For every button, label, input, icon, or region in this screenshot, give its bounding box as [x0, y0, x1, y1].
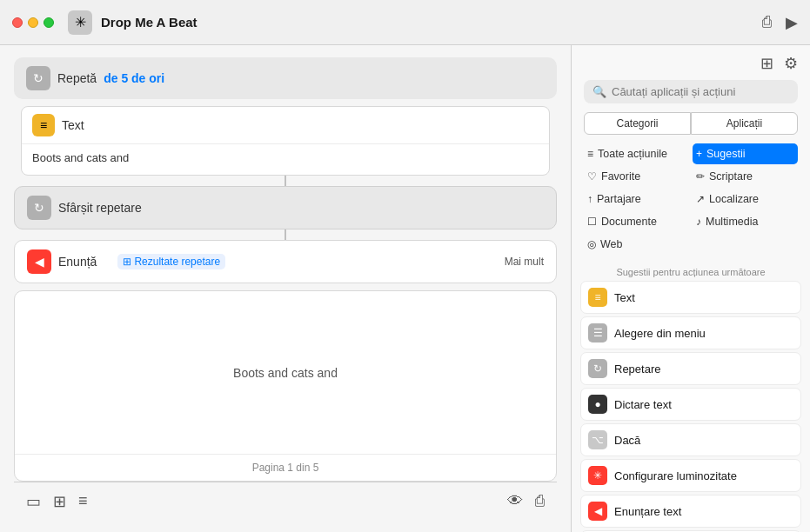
- cat-toate-label: Toate acțiunile: [598, 148, 667, 160]
- partajare-icon: ↑: [587, 193, 592, 205]
- app-title: Drop Me A Beat: [101, 15, 753, 30]
- rezultate-badge[interactable]: ⊞ Rezultate repetare: [117, 254, 225, 269]
- filter-icon[interactable]: ⚙: [784, 54, 798, 73]
- search-input[interactable]: [612, 85, 789, 98]
- titlebar: ✳ Drop Me A Beat ⎙ ▶: [0, 0, 810, 45]
- share-icon[interactable]: ⎙: [762, 13, 772, 31]
- repeat-icon: ↻: [26, 66, 50, 90]
- maximize-button[interactable]: [44, 17, 54, 28]
- repeat-label: Repetă: [57, 71, 97, 85]
- text-block-content[interactable]: Boots and cats and: [22, 144, 549, 175]
- text-icon: ≡: [32, 114, 55, 136]
- main-layout: ↻ Repetă de 5 de ori ≡ Text Boots and ca…: [0, 45, 810, 532]
- sug-dictare-icon: ●: [588, 395, 607, 414]
- minimize-button[interactable]: [28, 17, 38, 28]
- workflow-area: ↻ Repetă de 5 de ori ≡ Text Boots and ca…: [14, 57, 557, 482]
- aplicatii-button[interactable]: Aplicații: [691, 112, 798, 135]
- cat-scriptare-label: Scriptare: [709, 170, 753, 183]
- suggestion-text[interactable]: ≡ Text: [580, 281, 801, 314]
- suggestion-luminozitate[interactable]: ✳ Configurare luminozitate: [580, 459, 801, 492]
- enunta-icon: ◀: [27, 249, 51, 274]
- sug-text-label: Text: [614, 291, 635, 304]
- sug-luminozitate-label: Configurare luminozitate: [614, 469, 737, 482]
- search-bar: 🔍: [584, 80, 798, 103]
- sug-daca-label: Dacă: [614, 434, 640, 447]
- documente-icon: ☐: [587, 216, 597, 228]
- multimedia-icon: ♪: [696, 216, 701, 228]
- end-repeat-label: Sfârșit repetare: [58, 201, 142, 215]
- categories-list: ≡ Toate acțiunile + Sugestii ♡ Favorite …: [572, 143, 810, 255]
- segmented-control: Categorii Aplicații: [584, 112, 798, 135]
- add-to-library-icon[interactable]: ⊞: [760, 54, 773, 73]
- sug-text-icon: ≡: [588, 288, 607, 307]
- sug-enuntare-icon: ◀: [588, 502, 607, 521]
- text-block-label: Text: [62, 118, 84, 132]
- sug-luminozitate-icon: ✳: [588, 466, 607, 485]
- cat-partajare[interactable]: ↑ Partajare: [584, 189, 689, 209]
- cat-localizare[interactable]: ↗ Localizare: [693, 189, 798, 209]
- favorite-icon: ♡: [587, 170, 597, 183]
- cat-partajare-label: Partajare: [597, 193, 641, 205]
- list-view-icon[interactable]: ≡: [78, 492, 88, 511]
- connector-1: [285, 176, 286, 186]
- pagination: Pagina 1 din 5: [15, 454, 556, 481]
- toate-icon: ≡: [587, 148, 593, 160]
- text-block: ≡ Text Boots and cats and: [21, 106, 550, 176]
- search-icon: 🔍: [592, 85, 606, 98]
- sug-repetare-label: Repetare: [614, 362, 660, 376]
- suggestions-section: Sugestii pentru acțiunea următoare ≡ Tex…: [572, 262, 810, 532]
- cat-sugestii[interactable]: + Sugestii: [693, 143, 798, 164]
- connector-2: [285, 229, 286, 240]
- text-block-header: ≡ Text: [22, 107, 549, 144]
- enunta-block[interactable]: ◀ Enunță ⊞ Rezultate repetare Mai mult: [14, 240, 557, 283]
- cat-web-label: Web: [600, 238, 622, 250]
- localizare-icon: ↗: [696, 193, 705, 205]
- sugestii-icon: +: [696, 148, 702, 160]
- end-repeat-block[interactable]: ↻ Sfârșit repetare: [14, 186, 557, 229]
- suggestion-repetare[interactable]: ↻ Repetare: [580, 352, 801, 385]
- sug-dictare-label: Dictare text: [614, 398, 672, 411]
- titlebar-actions: ⎙ ▶: [762, 13, 798, 32]
- cat-favorite[interactable]: ♡ Favorite: [584, 166, 689, 187]
- suggestion-enuntare[interactable]: ◀ Enunțare text: [580, 495, 801, 528]
- sug-repetare-icon: ↻: [588, 359, 607, 378]
- cat-toate-actiunile[interactable]: ≡ Toate acțiunile: [584, 143, 689, 164]
- right-top-icons: ⊞ ⚙: [584, 54, 798, 73]
- cat-sugestii-label: Sugestii: [706, 148, 745, 160]
- bottom-right-icons: 👁 ⎙: [507, 492, 545, 510]
- right-panel: ⊞ ⚙ 🔍 Categorii Aplicații ≡ Toate acțiun…: [571, 45, 810, 532]
- repeat-block[interactable]: ↻ Repetă de 5 de ori: [14, 57, 557, 99]
- repeat-count: de 5 de ori: [104, 71, 164, 85]
- mai-mult-label: Mai mult: [505, 256, 544, 268]
- left-panel: ↻ Repetă de 5 de ori ≡ Text Boots and ca…: [0, 45, 571, 532]
- run-icon[interactable]: ▶: [786, 13, 798, 32]
- cat-multimedia[interactable]: ♪ Multimedia: [693, 211, 798, 232]
- share-bottom-icon[interactable]: ⎙: [535, 492, 545, 510]
- cat-documente[interactable]: ☐ Documente: [584, 211, 689, 232]
- suggestions-header: Sugestii pentru acțiunea următoare: [580, 262, 801, 281]
- cat-web[interactable]: ◎ Web: [584, 234, 689, 255]
- suggestion-daca[interactable]: ⌥ Dacă: [580, 423, 801, 456]
- cat-favorite-label: Favorite: [601, 170, 640, 183]
- sug-daca-icon: ⌥: [588, 430, 607, 449]
- single-view-icon[interactable]: ▭: [26, 492, 41, 511]
- categorii-button[interactable]: Categorii: [584, 112, 691, 135]
- cat-scriptare[interactable]: ✏ Scriptare: [693, 166, 798, 187]
- bottom-left-icons: ▭ ⊞ ≡: [26, 492, 88, 511]
- suggestion-dictare[interactable]: ● Dictare text: [580, 388, 801, 421]
- suggestion-alegere[interactable]: ☰ Alegere din meniu: [580, 316, 801, 349]
- bottom-toolbar: ▭ ⊞ ≡ 👁 ⎙: [14, 482, 557, 520]
- enunta-label: Enunță: [58, 255, 97, 269]
- grid-view-icon[interactable]: ⊞: [53, 492, 66, 511]
- cat-documente-label: Documente: [601, 216, 657, 228]
- eye-icon[interactable]: 👁: [507, 492, 523, 510]
- scriptare-icon: ✏: [696, 170, 705, 183]
- preview-area: Boots and cats and Pagina 1 din 5: [14, 290, 557, 482]
- preview-content: Boots and cats and: [15, 291, 556, 454]
- sug-alegere-label: Alegere din meniu: [614, 327, 706, 340]
- web-icon: ◎: [587, 238, 596, 250]
- close-button[interactable]: [12, 17, 23, 28]
- cat-localizare-label: Localizare: [709, 193, 759, 205]
- cat-multimedia-label: Multimedia: [706, 216, 758, 228]
- app-icon: ✳: [68, 10, 92, 35]
